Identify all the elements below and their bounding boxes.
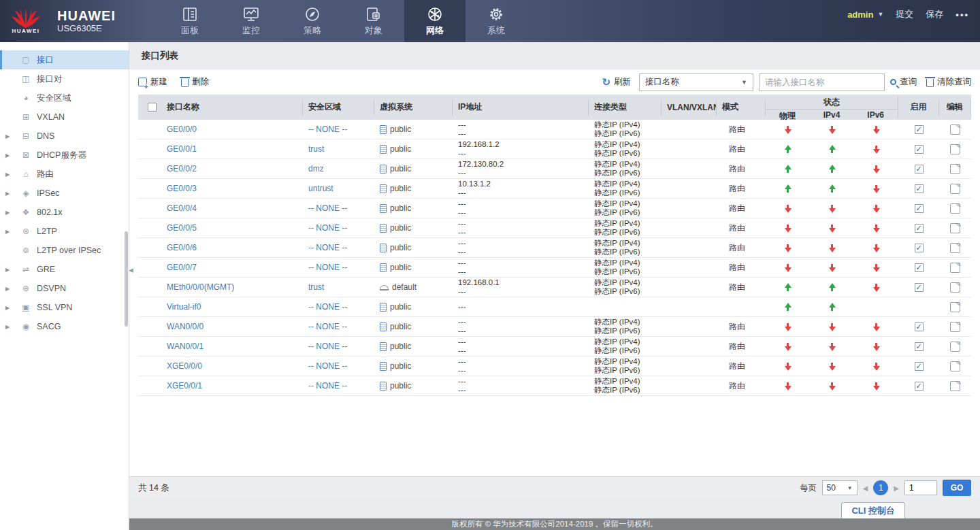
expand-caret-icon[interactable]: ▶ bbox=[0, 133, 15, 139]
expand-caret-icon[interactable]: ▶ bbox=[0, 286, 15, 292]
zone-link[interactable]: -- NONE -- bbox=[308, 243, 347, 252]
interface-name-link[interactable]: XGE0/0/1 bbox=[167, 381, 202, 391]
expand-caret-icon[interactable]: ▶ bbox=[0, 152, 15, 159]
edit-button[interactable] bbox=[950, 243, 960, 253]
save-button[interactable]: 保存 bbox=[926, 8, 943, 20]
sidebar-item-dhcp-server[interactable]: ▶ ⊠ DHCP服务器 bbox=[0, 146, 129, 165]
zone-link[interactable]: -- NONE -- bbox=[308, 322, 347, 331]
sidebar-item-l2tp[interactable]: ▶ ⊛ L2TP bbox=[0, 222, 129, 241]
nav-tab-policy[interactable]: 策略 bbox=[282, 0, 343, 42]
user-caret-icon[interactable]: ▼ bbox=[877, 11, 883, 18]
sidebar-collapse-icon[interactable]: ◀ bbox=[129, 267, 133, 274]
expand-caret-icon[interactable]: ▶ bbox=[0, 191, 15, 197]
edit-button[interactable] bbox=[950, 381, 960, 391]
zone-link[interactable]: untrust bbox=[308, 184, 333, 193]
sidebar-item-interface-pair[interactable]: ▶ ◫ 接口对 bbox=[0, 69, 129, 88]
edit-button[interactable] bbox=[950, 223, 960, 233]
sidebar-item-ipsec[interactable]: ▶ ◈ IPSec bbox=[0, 184, 129, 203]
more-menu-icon[interactable]: ••• bbox=[956, 10, 969, 20]
nav-tab-monitor[interactable]: 监控 bbox=[220, 0, 282, 42]
zone-link[interactable]: dmz bbox=[308, 164, 324, 173]
enable-checkbox[interactable]: ✓ bbox=[915, 244, 924, 252]
nav-tab-system[interactable]: 系统 bbox=[466, 0, 527, 42]
edit-button[interactable] bbox=[950, 164, 960, 174]
sidebar-item-dns[interactable]: ▶ ⊟ DNS bbox=[0, 127, 129, 146]
interface-name-link[interactable]: WAN0/0/0 bbox=[167, 322, 203, 331]
per-page-dropdown[interactable]: 50 ▼ bbox=[822, 480, 858, 495]
enable-checkbox[interactable]: ✓ bbox=[915, 283, 924, 292]
delete-button[interactable]: 删除 bbox=[181, 76, 209, 88]
sidebar-item-security-zone[interactable]: ▶ ◕ 安全区域 bbox=[0, 88, 129, 107]
enable-checkbox[interactable]: ✓ bbox=[915, 125, 924, 134]
next-page-icon[interactable]: ▶ bbox=[894, 484, 899, 492]
sidebar-item-route[interactable]: ▶ ⌂ 路由 bbox=[0, 165, 129, 184]
sidebar-item-dot1x[interactable]: ▶ ❖ 802.1x bbox=[0, 203, 129, 222]
goto-page-input[interactable] bbox=[904, 480, 937, 495]
current-page-badge[interactable]: 1 bbox=[873, 480, 888, 495]
enable-checkbox[interactable]: ✓ bbox=[915, 204, 924, 213]
enable-checkbox[interactable]: ✓ bbox=[915, 145, 924, 154]
sidebar-item-ssl-vpn[interactable]: ▶ ▣ SSL VPN bbox=[0, 298, 129, 317]
zone-link[interactable]: -- NONE -- bbox=[308, 342, 347, 351]
zone-link[interactable]: -- NONE -- bbox=[308, 125, 347, 134]
interface-name-link[interactable]: GE0/0/2 bbox=[167, 164, 197, 173]
expand-caret-icon[interactable]: ▶ bbox=[0, 171, 15, 178]
interface-name-link[interactable]: WAN0/0/1 bbox=[167, 342, 203, 351]
zone-link[interactable]: -- NONE -- bbox=[308, 302, 347, 312]
prev-page-icon[interactable]: ◀ bbox=[863, 484, 868, 492]
enable-checkbox[interactable]: ✓ bbox=[915, 342, 924, 351]
enable-checkbox[interactable]: ✓ bbox=[915, 184, 924, 193]
sidebar-item-gre[interactable]: ▶ ⇌ GRE bbox=[0, 260, 129, 279]
cli-console-button[interactable]: CLI 控制台 bbox=[841, 502, 905, 518]
edit-button[interactable] bbox=[950, 125, 960, 135]
sidebar-item-vxlan[interactable]: ▶ ⊞ VXLAN bbox=[0, 107, 129, 127]
nav-tab-object[interactable]: 对象 bbox=[343, 0, 404, 42]
edit-button[interactable] bbox=[950, 144, 960, 154]
edit-button[interactable] bbox=[950, 184, 960, 194]
enable-checkbox[interactable]: ✓ bbox=[915, 263, 924, 272]
enable-checkbox[interactable]: ✓ bbox=[915, 224, 924, 233]
enable-checkbox[interactable]: ✓ bbox=[915, 362, 924, 371]
interface-name-link[interactable]: GE0/0/5 bbox=[167, 223, 197, 233]
edit-button[interactable] bbox=[950, 282, 960, 293]
interface-name-link[interactable]: GE0/0/6 bbox=[167, 243, 197, 252]
submit-button[interactable]: 提交 bbox=[896, 8, 913, 20]
edit-button[interactable] bbox=[950, 322, 960, 332]
enable-checkbox[interactable]: ✓ bbox=[915, 322, 924, 331]
sidebar-item-interface[interactable]: ▶ ▢ 接口 bbox=[0, 50, 129, 69]
interface-name-link[interactable]: GE0/0/4 bbox=[167, 203, 197, 213]
interface-name-link[interactable]: GE0/0/1 bbox=[167, 144, 197, 154]
interface-name-link[interactable]: Virtual-if0 bbox=[167, 302, 201, 312]
edit-button[interactable] bbox=[950, 302, 960, 312]
interface-name-link[interactable]: XGE0/0/0 bbox=[167, 361, 202, 371]
username-menu[interactable]: admin bbox=[847, 10, 873, 20]
query-button[interactable]: 查询 bbox=[890, 76, 917, 88]
enable-checkbox[interactable]: ✓ bbox=[915, 165, 924, 173]
edit-button[interactable] bbox=[950, 203, 960, 214]
interface-name-link[interactable]: GE0/0/0 bbox=[167, 125, 197, 134]
edit-button[interactable] bbox=[950, 361, 960, 371]
interface-name-link[interactable]: GE0/0/7 bbox=[167, 263, 197, 272]
search-input[interactable] bbox=[759, 73, 885, 91]
refresh-button[interactable]: ↻ 刷新 bbox=[602, 76, 631, 88]
sidebar-item-sacg[interactable]: ▶ ◉ SACG bbox=[0, 317, 129, 336]
zone-link[interactable]: -- NONE -- bbox=[308, 381, 347, 391]
nav-tab-dashboard[interactable]: 面板 bbox=[159, 0, 220, 42]
clear-query-button[interactable]: 清除查询 bbox=[926, 76, 971, 88]
new-button[interactable]: 新建 bbox=[138, 76, 167, 88]
interface-name-link[interactable]: GE0/0/3 bbox=[167, 184, 197, 193]
expand-caret-icon[interactable]: ▶ bbox=[0, 229, 15, 235]
select-all-checkbox[interactable] bbox=[148, 103, 157, 112]
interface-name-link[interactable]: MEth0/0/0(MGMT) bbox=[167, 282, 234, 292]
enable-checkbox[interactable]: ✓ bbox=[915, 382, 924, 391]
zone-link[interactable]: -- NONE -- bbox=[308, 223, 347, 233]
expand-caret-icon[interactable]: ▶ bbox=[0, 267, 15, 273]
filter-field-dropdown[interactable]: 接口名称 ▼ bbox=[639, 73, 753, 91]
sidebar-item-dsvpn[interactable]: ▶ ⊕ DSVPN bbox=[0, 279, 129, 298]
expand-caret-icon[interactable]: ▶ bbox=[0, 305, 15, 311]
zone-link[interactable]: trust bbox=[308, 144, 324, 154]
go-button[interactable]: GO bbox=[943, 480, 971, 496]
zone-link[interactable]: -- NONE -- bbox=[308, 203, 347, 213]
zone-link[interactable]: trust bbox=[308, 282, 324, 292]
nav-tab-network[interactable]: 网络 bbox=[404, 0, 466, 42]
